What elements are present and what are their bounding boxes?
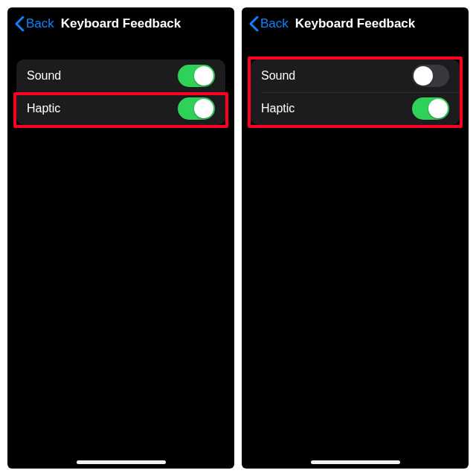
row-haptic-label: Haptic [27,102,60,115]
back-button[interactable]: Back [15,16,54,31]
row-sound-label: Sound [261,69,295,83]
chevron-left-icon [249,16,259,31]
navbar: Back Keyboard Feedback [242,7,469,40]
settings-group: Sound Haptic [16,60,225,125]
back-label: Back [26,16,54,31]
settings-list-wrapper: Sound Haptic [242,40,469,125]
side-by-side-container: Back Keyboard Feedback Sound Haptic [0,0,476,476]
settings-group: Sound Haptic [251,60,460,125]
phone-left: Back Keyboard Feedback Sound Haptic [7,7,234,469]
row-sound: Sound [251,60,460,92]
toggle-haptic[interactable] [412,97,449,120]
row-sound-label: Sound [27,69,61,83]
settings-list-wrapper: Sound Haptic [7,40,234,125]
row-haptic: Haptic [16,92,225,125]
home-indicator[interactable] [77,460,166,464]
row-haptic: Haptic [251,92,460,125]
home-indicator[interactable] [311,460,400,464]
toggle-haptic[interactable] [178,97,215,120]
toggle-sound[interactable] [178,65,215,87]
chevron-left-icon [15,16,25,31]
back-button[interactable]: Back [249,16,289,31]
phone-right: Back Keyboard Feedback Sound Haptic [242,7,469,469]
toggle-sound[interactable] [412,65,449,87]
row-haptic-label: Haptic [261,102,295,115]
navbar: Back Keyboard Feedback [7,7,234,40]
back-label: Back [260,16,289,31]
row-sound: Sound [16,60,225,92]
